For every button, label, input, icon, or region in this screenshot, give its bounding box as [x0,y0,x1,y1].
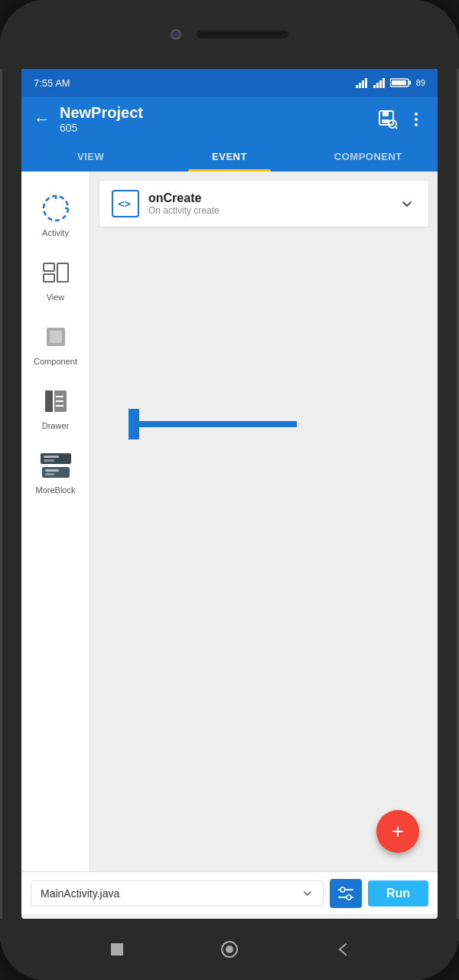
sidebar-item-moreblock[interactable]: MoreBlock [25,441,86,502]
sidebar-item-view[interactable]: View [25,248,86,309]
event-name: onCreate [148,191,220,205]
svg-rect-20 [44,263,54,271]
main-content: Activity View [21,172,438,871]
svg-point-45 [226,946,233,953]
svg-point-19 [44,196,68,220]
svg-point-18 [415,123,418,126]
more-icon[interactable] [407,110,425,129]
save-search-icon[interactable] [378,109,398,129]
tab-component[interactable]: COMPONENT [299,142,438,172]
sidebar-item-moreblock-label: MoreBlock [36,485,76,495]
svg-text:<>: <> [118,198,131,210]
moreblock-icon [41,453,71,478]
activity-icon [41,193,71,224]
file-name: MainActivity.java [41,887,119,900]
fab-add-button[interactable]: + [376,810,419,853]
app-bar: ← NewProject 605 [21,96,438,142]
project-id: 605 [60,122,143,134]
sidebar-item-component[interactable]: Component [25,312,86,374]
svg-point-42 [347,895,351,900]
back-button-nav[interactable] [330,937,354,962]
event-area: <> onCreate On activity create [90,172,438,871]
stop-button[interactable] [105,937,129,962]
status-bar: 7:55 AM [21,69,438,96]
file-dropdown-icon [301,887,314,900]
svg-rect-35 [45,473,54,475]
camera [171,29,181,40]
component-icon [42,323,70,351]
event-dropdown-icon[interactable] [398,194,416,213]
project-title: NewProject [60,104,143,122]
file-selector[interactable]: MainActivity.java [31,880,324,906]
svg-rect-33 [42,467,70,478]
settings-button[interactable] [330,879,362,908]
svg-line-15 [396,126,398,129]
svg-point-17 [415,118,418,121]
svg-point-16 [415,113,418,116]
sidebar-item-drawer-label: Drawer [42,421,69,430]
svg-rect-10 [409,81,411,85]
view-icon [42,259,70,286]
home-button[interactable] [217,937,242,962]
phone-screen: 7:55 AM [21,69,438,919]
svg-rect-7 [382,78,385,88]
battery-level: 89 [416,78,425,87]
status-icons: 89 [355,77,425,88]
svg-rect-30 [41,453,71,464]
tab-bar: VIEW EVENT COMPONENT [21,142,438,172]
svg-rect-34 [45,469,59,472]
bottom-bar: MainActivity.java Run [21,871,438,914]
bottom-bezel [0,919,459,980]
svg-rect-2 [362,80,364,88]
sidebar-item-activity-label: Activity [42,228,69,237]
svg-rect-1 [359,83,361,88]
svg-point-40 [340,887,345,892]
run-button[interactable]: Run [368,880,428,906]
event-description: On activity create [148,205,220,216]
wifi-icon [355,77,369,88]
signal-icon [373,77,386,88]
svg-rect-21 [44,274,54,282]
svg-rect-4 [373,85,376,88]
tab-view[interactable]: VIEW [21,142,160,172]
settings-icon [337,885,354,902]
code-icon: <> [112,190,139,217]
svg-rect-25 [45,390,53,412]
battery-icon [390,77,412,88]
arrow-annotation [129,409,297,439]
svg-rect-6 [379,80,382,88]
svg-rect-24 [50,331,62,343]
svg-rect-3 [365,78,367,88]
sidebar-item-drawer[interactable]: Drawer [25,377,86,438]
svg-rect-0 [356,85,358,88]
svg-rect-9 [392,80,406,85]
sidebar-item-activity[interactable]: Activity [25,184,86,245]
top-bezel [0,0,459,69]
svg-rect-32 [44,459,54,462]
svg-rect-43 [111,943,123,956]
drawer-icon [42,387,70,415]
sidebar-item-component-label: Component [34,357,77,366]
status-time: 7:55 AM [34,77,70,89]
speaker [197,31,288,38]
event-card[interactable]: <> onCreate On activity create [99,181,428,227]
back-button[interactable]: ← [34,109,50,129]
sidebar: Activity View [21,172,90,871]
phone-frame: 7:55 AM [0,0,459,980]
svg-rect-31 [44,456,59,458]
svg-rect-22 [57,263,68,282]
tab-event[interactable]: EVENT [160,142,298,172]
sidebar-item-view-label: View [47,292,65,302]
svg-rect-5 [376,83,379,88]
svg-rect-12 [382,111,389,116]
